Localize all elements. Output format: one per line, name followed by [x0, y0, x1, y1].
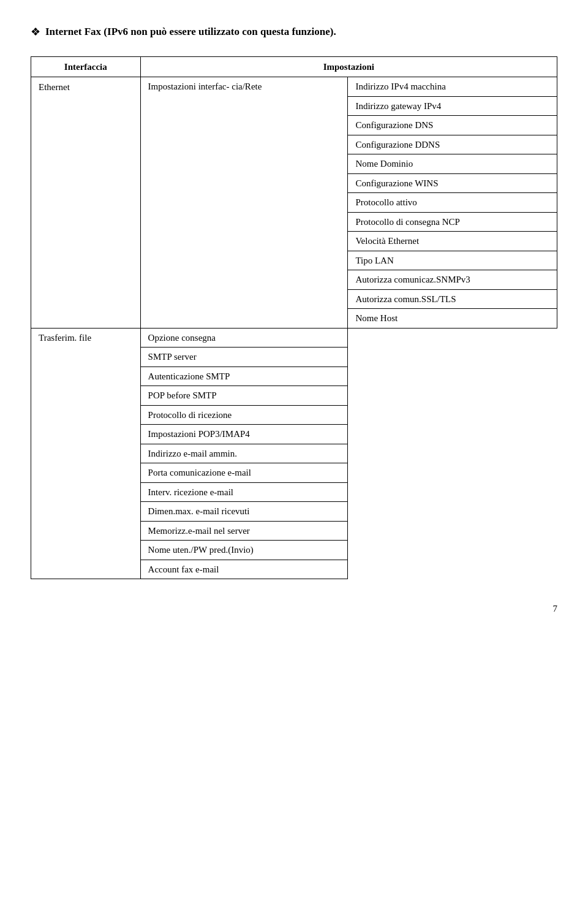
interface-cell: Ethernet: [31, 77, 141, 329]
setting-value: Dimen.max. e-mail ricevuti: [140, 502, 348, 522]
setting-value: Velocità Ethernet: [348, 232, 557, 251]
setting-value: Opzione consegna: [140, 328, 348, 348]
setting-value: SMTP server: [140, 348, 348, 367]
page-header: ❖ Internet Fax (IPv6 non può essere util…: [31, 25, 557, 39]
setting-value: Porta comunicazione e-mail: [140, 463, 348, 483]
setting-value: Tipo LAN: [348, 251, 557, 270]
setting-value: Protocollo di ricezione: [140, 405, 348, 425]
table-row: Trasferim. fileOpzione consegna: [31, 328, 557, 348]
header-text: Internet Fax (IPv6 non può essere utiliz…: [45, 25, 336, 39]
setting-value: Impostazioni POP3/IMAP4: [140, 425, 348, 444]
setting-value: Configurazione DNS: [348, 116, 557, 135]
setting-value: Nome uten./PW pred.(Invio): [140, 541, 348, 560]
diamond-icon: ❖: [31, 25, 40, 39]
setting-value: POP before SMTP: [140, 386, 348, 406]
setting-value: Account fax e-mail: [140, 560, 348, 579]
table-row: EthernetImpostazioni interfac- cia/ReteI…: [31, 77, 557, 97]
setting-value: Nome Host: [348, 309, 557, 329]
col-interfaccia-header: Interfaccia: [31, 56, 141, 77]
setting-value: Indirizzo IPv4 macchina: [348, 77, 557, 97]
setting-value: Protocollo di consegna NCP: [348, 212, 557, 232]
sub-label-cell: Impostazioni interfac- cia/Rete: [140, 77, 348, 329]
setting-value: Nome Dominio: [348, 154, 557, 174]
sub-label-cell: Trasferim. file: [31, 328, 141, 579]
setting-value: Autenticazione SMTP: [140, 367, 348, 386]
setting-value: Indirizzo e-mail ammin.: [140, 444, 348, 463]
setting-value: Memorizz.e-mail nel server: [140, 521, 348, 541]
setting-value: Indirizzo gateway IPv4: [348, 96, 557, 116]
setting-value: Protocollo attivo: [348, 193, 557, 213]
col-impostazioni-header: Impostazioni: [140, 56, 557, 77]
setting-value: Autorizza comunicaz.SNMPv3: [348, 270, 557, 290]
settings-table: Interfaccia Impostazioni EthernetImposta…: [31, 56, 557, 580]
setting-value: Autorizza comun.SSL/TLS: [348, 289, 557, 309]
setting-value: Configurazione WINS: [348, 173, 557, 193]
setting-value: Interv. ricezione e-mail: [140, 482, 348, 502]
setting-value: Configurazione DDNS: [348, 135, 557, 154]
page-number: 7: [31, 604, 557, 614]
